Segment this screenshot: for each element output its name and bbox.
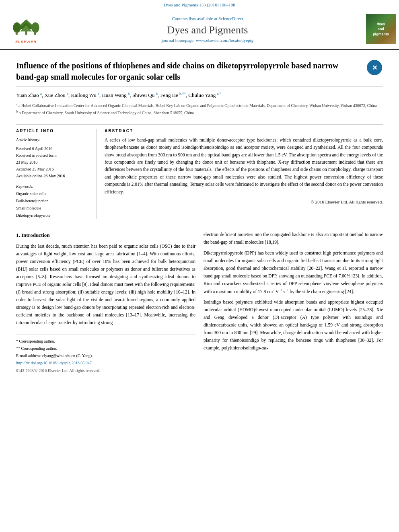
revised-date: 23 May 2016 bbox=[16, 159, 90, 166]
keywords-section: Keywords: Organic solar cells Bulk-heter… bbox=[16, 184, 90, 219]
affil-sup-label-a: a bbox=[16, 103, 18, 106]
right-paragraph-3: Isoindigo based polymers exhibited wide … bbox=[204, 298, 383, 352]
homepage-link[interactable]: www.elsevier.com/locate/dyepig bbox=[196, 38, 253, 43]
svg-point-4 bbox=[13, 22, 21, 33]
copyright-line: © 2016 Elsevier Ltd. All rights reserved… bbox=[105, 199, 383, 204]
abstract-label: ABSTRACT bbox=[105, 129, 383, 133]
elsevier-tree-icon bbox=[10, 18, 42, 36]
elsevier-brand-text: ELSEVIER bbox=[15, 40, 37, 44]
doi-anchor[interactable]: http://dx.doi.org/10.1016/j.dyepig.2016.… bbox=[16, 361, 92, 365]
journal-citation-text: Dyes and Pigments 133 (2016) 100–108 bbox=[164, 2, 235, 7]
dyes-pigments-logo-icon: dyes and pigments bbox=[366, 14, 396, 44]
crossmark-badge: ✕ bbox=[367, 60, 383, 76]
affil-sup-b3: b,** bbox=[179, 92, 186, 96]
abstract-text: A series of low band-gap small molecules… bbox=[105, 136, 383, 195]
affil-sup-label-b: b bbox=[16, 110, 18, 113]
contents-available-text: Contents lists available at bbox=[172, 16, 217, 21]
authors-list: Yuan Zhao a, Xue Zhou a, Kailong Wu a, H… bbox=[16, 91, 383, 100]
available-date: Available online 26 May 2016 bbox=[16, 173, 90, 179]
affil-text-b: b Department of Chemistry, South Univers… bbox=[19, 111, 194, 115]
intro-title: Introduction bbox=[21, 232, 50, 238]
received-revised-label: Received in revised form bbox=[16, 152, 90, 159]
affil-sup-a4: a,* bbox=[217, 92, 221, 96]
journal-header: ELSEVIER Contents lists available at Sci… bbox=[0, 9, 399, 50]
doi-link: http://dx.doi.org/10.1016/j.dyepig.2016.… bbox=[16, 360, 195, 366]
crossmark-icon: ✕ bbox=[367, 60, 382, 75]
article-title: Influence of the positions of thiophenes… bbox=[16, 60, 346, 82]
issn-line: 0143-7208/© 2016 Elsevier Ltd. All right… bbox=[16, 368, 195, 374]
journal-logo-right: dyes and pigments bbox=[363, 12, 399, 46]
intro-number: 1. bbox=[16, 232, 20, 238]
body-left-col: 1. Introduction During the last decade, … bbox=[16, 231, 195, 375]
svg-point-5 bbox=[31, 22, 39, 33]
svg-rect-7 bbox=[34, 31, 36, 35]
article-info-col: ARTICLE INFO Article history: Received 6… bbox=[16, 129, 97, 219]
keywords-list: Organic solar cells Bulk-heterojunction … bbox=[16, 190, 90, 219]
article-container: Influence of the positions of thiophenes… bbox=[0, 50, 399, 383]
svg-rect-6 bbox=[15, 31, 17, 35]
homepage-label: journal homepage: bbox=[162, 38, 195, 43]
elsevier-logo: ELSEVIER bbox=[0, 12, 52, 46]
affil-item-a: a a Hubei Collaborative Innovation Cente… bbox=[16, 102, 383, 109]
affil-sup-b2: b bbox=[156, 92, 158, 96]
affil-sup-b: b bbox=[128, 92, 130, 96]
article-history: Article history: Received 6 April 2016 R… bbox=[16, 136, 90, 179]
intro-paragraph-1: During the last decade, much attention h… bbox=[16, 242, 195, 327]
affiliations: a a Hubei Collaborative Innovation Cente… bbox=[16, 102, 383, 116]
journal-title: Dyes and Pigments bbox=[167, 24, 248, 36]
journal-citation: Dyes and Pigments 133 (2016) 100–108 bbox=[0, 0, 399, 9]
article-info-label: ARTICLE INFO bbox=[16, 129, 90, 133]
footnote-1: * Corresponding author. bbox=[16, 338, 195, 344]
keyword-3: Small molecule bbox=[16, 205, 90, 212]
history-label: Article history: bbox=[16, 136, 90, 144]
footnote-email: E-mail address: clyang@whu.edu.cn (C. Ya… bbox=[16, 353, 195, 359]
abstract-col: ABSTRACT A series of low band-gap small … bbox=[105, 129, 383, 219]
affil-sup-a3: a bbox=[98, 92, 99, 96]
info-abstract-section: ARTICLE INFO Article history: Received 6… bbox=[16, 124, 383, 219]
body-two-col: 1. Introduction During the last decade, … bbox=[16, 231, 383, 375]
accepted-date: Accepted 25 May 2016 bbox=[16, 166, 90, 173]
affil-text-a: a Hubei Collaborative Innovation Center … bbox=[19, 103, 377, 108]
affil-item-b: b b Department of Chemistry, South Unive… bbox=[16, 109, 383, 116]
journal-center-header: Contents lists available at ScienceDirec… bbox=[52, 12, 363, 46]
intro-heading: 1. Introduction bbox=[16, 231, 195, 239]
section-divider bbox=[16, 225, 383, 225]
keyword-4: Diketopyrrolopyrrole bbox=[16, 212, 90, 219]
keywords-label: Keywords: bbox=[16, 184, 90, 189]
received-date: Received 6 April 2016 bbox=[16, 145, 90, 152]
journal-homepage-line: journal homepage: www.elsevier.com/locat… bbox=[162, 38, 253, 43]
article-title-section: Influence of the positions of thiophenes… bbox=[16, 54, 383, 87]
affil-sup-a2: a bbox=[67, 92, 68, 96]
body-right-col: electron-deficient moieties into the con… bbox=[204, 231, 383, 375]
science-direct-line: Contents lists available at ScienceDirec… bbox=[172, 16, 243, 21]
keyword-1: Organic solar cells bbox=[16, 190, 90, 197]
right-paragraph-2: Diketopyrrolopyrrole (DPP) has been wide… bbox=[204, 249, 383, 296]
keyword-2: Bulk-heterojunction bbox=[16, 197, 90, 205]
footnotes: * Corresponding author. ** Corresponding… bbox=[16, 335, 195, 374]
authors-section: Yuan Zhao a, Xue Zhou a, Kailong Wu a, H… bbox=[16, 87, 383, 119]
science-direct-link[interactable]: ScienceDirect bbox=[218, 16, 243, 21]
affil-sup-a: a bbox=[40, 92, 42, 96]
right-paragraph-1: electron-deficient moieties into the con… bbox=[204, 231, 383, 246]
footnote-2: ** Corresponding author. bbox=[16, 345, 195, 351]
